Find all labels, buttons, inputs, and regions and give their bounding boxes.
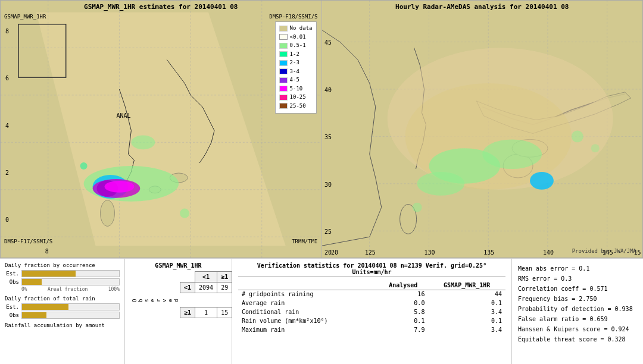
legend-label-2-3: 2-3 (290, 59, 299, 67)
svg-text:8: 8 (5, 28, 9, 34)
col-header-analysed: Analysed (378, 281, 428, 290)
est-bar-row: Est. (5, 270, 120, 277)
verif-row-analysed: 5.8 (378, 307, 428, 316)
verif-row: Average rain0.00.1 (238, 299, 505, 307)
row-ge1: ≥1 (180, 307, 195, 318)
legend-label-3-4: 3-4 (290, 68, 299, 76)
svg-point-52 (571, 130, 583, 142)
val-ge1-lt1: 1 (195, 307, 217, 318)
right-map-title: Hourly Radar-AMeDAS analysis for 2014040… (395, 3, 569, 11)
svg-text:2: 2 (5, 170, 9, 176)
verification-section: Verification statistics for 20140401 08 … (232, 259, 512, 364)
legend-label-1-2: 1-2 (290, 51, 299, 59)
contingency-table: <1 ≥1 Observed <1 2094 29 (130, 271, 232, 318)
est-bar-label: Est. (5, 271, 19, 277)
right-stat-line-1: RMS error = 0.3 (518, 274, 637, 284)
legend-color-nodata (279, 26, 288, 32)
verif-row-analysed: 0.1 (378, 316, 428, 325)
legend: No data <0.01 0.5-1 1-2 2-3 (275, 21, 317, 114)
svg-text:8: 8 (45, 248, 49, 255)
legend-item-5-10: 5-10 (279, 85, 313, 93)
legend-color-05-1 (279, 43, 288, 49)
right-map-panel: Hourly Radar-AMeDAS analysis for 2014040… (322, 0, 644, 258)
legend-label-4-5: 4-5 (290, 76, 299, 84)
right-stat-line-0: Mean abs error = 0.1 (518, 263, 637, 274)
verif-row: Rain volume (mm*km²x10⁶)0.10.1 (238, 316, 505, 325)
contingency-title: GSMAP_MWR_1HR (130, 262, 227, 269)
svg-text:130: 130 (424, 249, 435, 256)
verif-row-gsmap: 3.4 (428, 307, 505, 316)
bar-axis: 0% Areal fraction 100% (5, 287, 120, 292)
right-stats-section: Mean abs error = 0.1RMS error = 0.3Corre… (512, 259, 643, 364)
legend-color-2-3 (279, 60, 288, 66)
legend-color-3-4 (279, 68, 288, 74)
right-stat-line-6: Hanssen & Kuipers score = 0.924 (518, 324, 637, 334)
col-lt1: <1 (195, 272, 217, 283)
observed-label: Observed (130, 283, 180, 318)
legend-color-lt001 (279, 34, 288, 40)
svg-text:25: 25 (324, 228, 331, 235)
obs2-bar-label: Obs (5, 312, 19, 318)
row-lt1: <1 (180, 283, 195, 293)
right-stat-line-4: Probability of detection = 0.938 (518, 304, 637, 314)
verif-row-gsmap: 0.1 (428, 299, 505, 307)
legend-item-2-3: 2-3 (279, 59, 313, 67)
legend-label-05-1: 0.5-1 (290, 42, 306, 50)
legend-item-4-5: 4-5 (279, 76, 313, 84)
legend-item-1-2: 1-2 (279, 51, 313, 59)
obs-bar-fill (22, 279, 42, 285)
legend-color-4-5 (279, 77, 288, 83)
est2-bar-label: Est. (5, 304, 19, 310)
right-stat-line-3: Frequency bias = 2.750 (518, 294, 637, 304)
val-lt1-ge1: 29 (217, 283, 232, 293)
svg-point-48 (482, 139, 542, 169)
verif-row-label: Rain volume (mm*km²x10⁶) (238, 316, 378, 325)
legend-color-10-25 (279, 95, 288, 101)
val-ge1-ge1: 15 (217, 307, 232, 318)
verif-row: Conditional rain5.83.4 (238, 307, 505, 316)
svg-text:4: 4 (5, 123, 9, 129)
left-map-label-br: TRMM/TMI (292, 239, 317, 244)
svg-text:0: 0 (5, 216, 9, 223)
verif-row-gsmap: 44 (428, 290, 505, 299)
svg-text:125: 125 (364, 249, 375, 256)
maps-row: GSMAP_MWR_1HR estimates for 20140401 08 … (0, 0, 643, 259)
est-bar-fill (22, 271, 76, 277)
svg-point-53 (591, 144, 599, 152)
left-map-label-tr: DMSP-F18/SSMI/S (269, 14, 317, 20)
left-map-title: GSMAP_MWR_1HR estimates for 20140401 08 (84, 3, 238, 11)
verif-row: Maximum rain7.93.4 (238, 325, 505, 334)
svg-text:35: 35 (324, 134, 331, 140)
right-stat-line-7: Equitable threat score = 0.328 (518, 334, 637, 344)
accumulation-title: Rainfall accumulation by amount (5, 322, 120, 328)
verif-row-analysed: 0.0 (378, 299, 428, 307)
legend-item-lt001: <0.01 (279, 33, 313, 42)
verif-row-label: Average rain (238, 299, 378, 307)
right-map-svg: 45 40 35 30 25 20 125 130 135 140 145 15… (322, 1, 643, 258)
svg-text:135: 135 (483, 249, 494, 256)
legend-item-25-50: 25-50 (279, 102, 313, 111)
svg-text:30: 30 (324, 181, 331, 188)
verif-row-gsmap: 0.1 (428, 316, 505, 325)
legend-item-10-25: 10-25 (279, 93, 313, 102)
provided-label: Provided by: JWA/JMA (572, 248, 636, 254)
est-bar-track (21, 270, 120, 277)
est2-bar-row: Est. (5, 303, 120, 310)
verif-row-label: Maximum rain (238, 325, 378, 334)
svg-text:ANAL: ANAL (116, 112, 130, 119)
verif-row-label: # gridpoints raining (238, 290, 378, 299)
svg-point-18 (105, 181, 135, 193)
verif-stats-table: Analysed GSMAP_MWR_1HR # gridpoints rain… (238, 281, 505, 334)
legend-label-10-25: 10-25 (290, 93, 306, 102)
legend-color-5-10 (279, 86, 288, 92)
obs-bar-track (21, 278, 120, 285)
svg-text:45: 45 (324, 40, 331, 46)
verif-row: # gridpoints raining1644 (238, 290, 505, 299)
col-ge1: ≥1 (217, 272, 232, 283)
axis-100: 100% (108, 287, 120, 292)
right-stat-line-5: False alarm ratio = 0.659 (518, 314, 637, 324)
svg-text:140: 140 (542, 249, 553, 256)
svg-text:6: 6 (5, 75, 9, 81)
contingency-section: GSMAP_MWR_1HR <1 ≥1 Observed <1 2094 29 (125, 259, 232, 364)
obs2-bar-track (21, 312, 120, 319)
